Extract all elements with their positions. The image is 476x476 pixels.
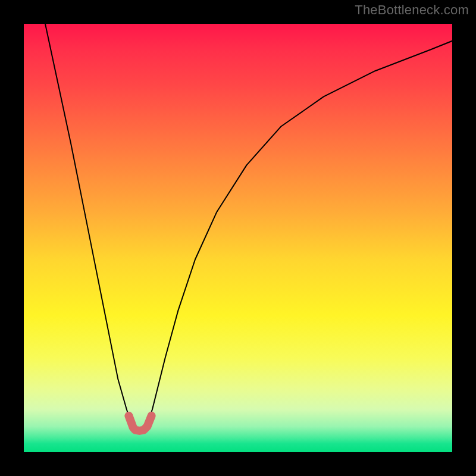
highlight-curve (129, 416, 151, 431)
chart-canvas: TheBottleneck.com (0, 0, 476, 476)
watermark-text: TheBottleneck.com (355, 2, 469, 18)
curve-svg (24, 24, 452, 452)
plot-area (24, 24, 452, 452)
bottleneck-curve (45, 24, 452, 431)
